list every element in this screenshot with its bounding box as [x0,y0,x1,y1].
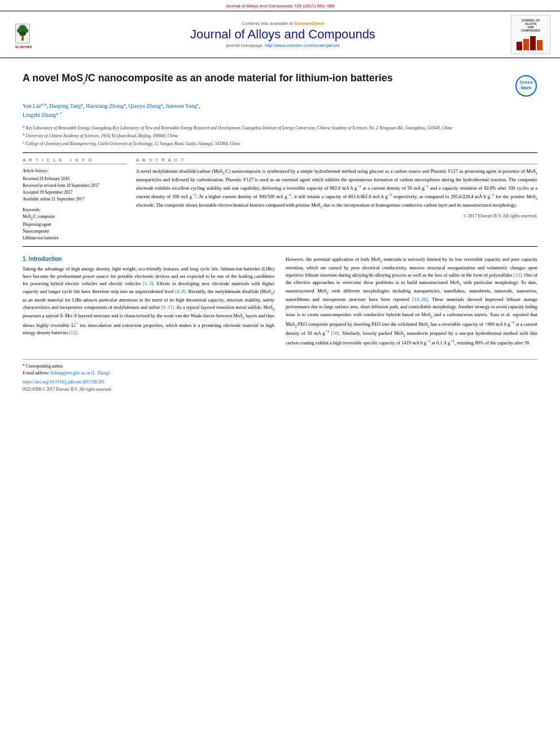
svg-rect-8 [517,42,522,50]
affiliations-block: a Key Laboratory of Renewable Energy, Gu… [23,124,537,147]
author-email[interactable]: lzzhang@ms.giec.ac.cn (L. Zhang). [50,370,111,375]
intro-section-title: 1. Introduction [23,256,274,262]
corresponding-author-note: * Corresponding author. E-mail address: … [23,363,274,376]
keyword-4: Lithium-ion batteries [23,235,127,242]
ref-9-11[interactable]: [9–11] [161,304,174,310]
body-content: 1. Introduction Taking the advantage of … [23,256,537,350]
journal-header-center: Contents lists available at ScienceDirec… [63,21,502,48]
ref-4-8[interactable]: [4–8] [175,289,185,294]
intro-col-right: However, the potential application of bu… [286,256,537,350]
footer-col-left: * Corresponding author. E-mail address: … [23,363,274,392]
journal-logo-right: JOURNAL OFALLOYSANDCOMPOUNDS [508,15,553,54]
abstract-text: A novel molybdenum disulfide/carbon (MoS… [136,168,537,210]
article-dates: Received 25 February 2016 Received in re… [23,176,127,203]
page-wrapper: Journal of Alloys and Compounds 729 (201… [0,0,560,747]
journal-reference-line: Journal of Alloys and Compounds 729 (201… [0,0,560,11]
author-jianwen-yang: Jianwen Yang [165,103,197,109]
revised-date: Received in revised form 18 September 20… [23,183,99,188]
abstract-header: A B S T R A C T [136,158,537,164]
contents-available-text: Contents lists available at ScienceDirec… [63,21,502,26]
intro-para-2: However, the potential application of bu… [286,256,537,347]
journal-header-banner: ELSEVIER Contents lists available at Sci… [0,11,560,58]
ref-10[interactable]: [10] [331,330,339,336]
author-daoping-tang: Daoping Tang [49,103,81,109]
journal-homepage-url[interactable]: http://www.elsevier.com/locate/jalcom [265,43,340,48]
article-title-text: A novel MoS2/C nanocomposite as an anode… [23,72,515,85]
sciencedirect-link[interactable]: ScienceDirect [294,21,324,26]
abstract-column: A B S T R A C T A novel molybdenum disul… [136,158,537,242]
doi-link[interactable]: https://doi.org/10.1016/j.jallcom.2017.0… [23,379,274,385]
author-haoxiang-zhong: Haoxiang Zhong [86,103,124,109]
svg-text:Mark: Mark [521,85,532,90]
info-abstract-columns: A R T I C L E I N F O Article history: R… [23,158,537,242]
elsevier-logo-svg: ELSEVIER [10,19,55,50]
ref-1-3[interactable]: [1–3] [143,281,153,286]
keywords-section: Keywords: MoS2/C composite Dispersing ag… [23,207,127,242]
article-title-section: A novel MoS2/C nanocomposite as an anode… [23,72,537,97]
online-date: Available online 21 September 2017 [23,196,84,202]
section-divider-1 [23,152,537,153]
svg-rect-11 [537,40,542,50]
accepted-date: Accepted 19 September 2017 [23,190,73,195]
article-history-block: Article history: Received 25 February 20… [23,168,127,203]
keyword-3: Nanocomposite [23,228,127,235]
svg-rect-9 [523,39,529,50]
svg-point-4 [19,31,26,36]
ref-12[interactable]: [12] [69,330,77,335]
history-label: Article history: [23,168,127,174]
svg-text:Cross: Cross [520,80,533,85]
article-info-header: A R T I C L E I N F O [23,158,127,164]
svg-rect-10 [530,36,536,50]
author-yan-liu: Yan Liu [23,103,41,109]
journal-title: Journal of Alloys and Compounds [63,27,502,42]
intro-col-left: 1. Introduction Taking the advantage of … [23,256,274,350]
issn-text: 0925-8388/© 2017 Elsevier B.V. All right… [23,387,274,392]
ref-14-26[interactable]: [14–26] [413,296,428,302]
affil-a: a Key Laboratory of Renewable Energy, Gu… [23,125,452,130]
intro-para-1: Taking the advantage of high energy dens… [23,265,274,337]
keyword-1: MoS2/C composite [23,213,127,221]
keyword-2: Dispersing agent [23,221,127,228]
copyright-line: © 2017 Elsevier B.V. All rights reserved… [136,213,537,219]
section-divider-2 [23,246,537,247]
journal-ref-text: Journal of Alloys and Compounds 729 (201… [225,3,334,8]
affil-b: b University of Chinese Academy of Scien… [23,133,178,138]
author-qianyu-zhang: Qianyu Zhang [128,103,161,109]
footer-col-right [286,363,537,392]
elsevier-logo-container: ELSEVIER [7,19,58,50]
author-lingzhi-zhang: Lingzhi Zhang [23,112,56,119]
affil-c: c College of Chemistry and Bioengineerin… [23,141,240,146]
authors-line: Yan Liua, b, Daoping Tanga, Haoxiang Zho… [23,102,537,120]
svg-rect-5 [21,36,23,40]
footer-columns: * Corresponding author. E-mail address: … [23,363,537,392]
ref-13[interactable]: [13] [514,272,522,278]
main-content-area: A novel MoS2/C nanocomposite as an anode… [0,58,560,397]
received-date: Received 25 February 2016 [23,176,69,181]
introduction-columns: 1. Introduction Taking the advantage of … [23,256,537,350]
crossmark-badge[interactable]: Cross Mark [515,75,537,97]
keywords-label: Keywords: [23,207,127,212]
article-info-column: A R T I C L E I N F O Article history: R… [23,158,127,242]
alloys-compounds-logo: JOURNAL OFALLOYSANDCOMPOUNDS [511,15,550,54]
journal-homepage-line: journal homepage: http://www.elsevier.co… [63,43,502,48]
svg-text:ELSEVIER: ELSEVIER [15,45,32,48]
footer-area: * Corresponding author. E-mail address: … [23,359,537,392]
